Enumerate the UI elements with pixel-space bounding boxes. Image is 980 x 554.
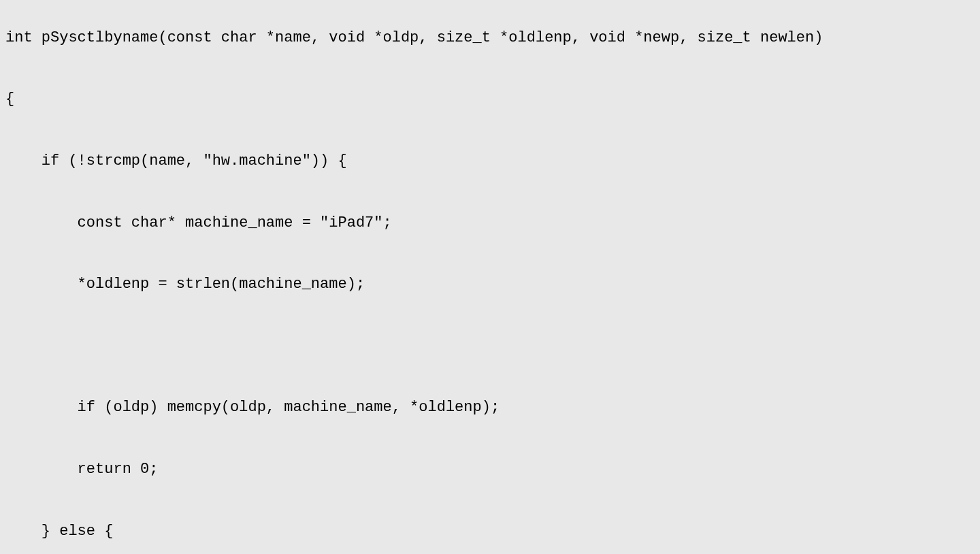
code-line: *oldlenp = strlen(machine_name); <box>5 274 975 295</box>
code-line: return 0; <box>5 459 975 480</box>
code-line: { <box>5 89 975 110</box>
code-line: if (oldp) memcpy(oldp, machine_name, *ol… <box>5 397 975 419</box>
code-line: } else { <box>5 521 975 542</box>
code-line: const char* machine_name = "iPad7"; <box>5 213 975 234</box>
code-line: if (!strcmp(name, "hw.machine")) { <box>5 151 975 172</box>
code-line <box>5 336 975 357</box>
code-line: int pSysctlbyname(const char *name, void… <box>5 28 975 49</box>
code-block: int pSysctlbyname(const char *name, void… <box>5 7 975 554</box>
